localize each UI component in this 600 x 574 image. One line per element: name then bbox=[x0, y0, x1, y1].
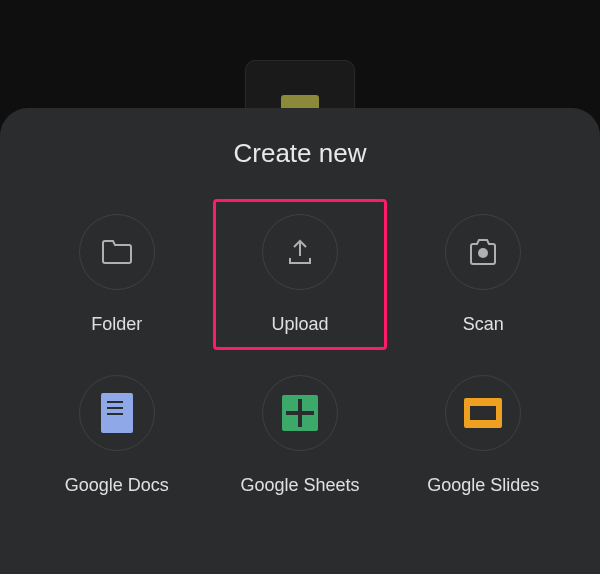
scan-label: Scan bbox=[463, 314, 504, 335]
google-slides-icon bbox=[464, 398, 502, 428]
upload-label: Upload bbox=[271, 314, 328, 335]
sheet-title: Create new bbox=[20, 138, 580, 169]
sheets-icon-circle bbox=[262, 375, 338, 451]
google-docs-option[interactable]: Google Docs bbox=[30, 360, 203, 511]
folder-label: Folder bbox=[91, 314, 142, 335]
options-grid: Folder Upload Scan bbox=[20, 199, 580, 511]
svg-point-0 bbox=[478, 248, 488, 258]
upload-icon-circle bbox=[262, 214, 338, 290]
google-slides-option[interactable]: Google Slides bbox=[397, 360, 570, 511]
upload-icon bbox=[286, 238, 314, 266]
docs-label: Google Docs bbox=[65, 475, 169, 496]
slides-label: Google Slides bbox=[427, 475, 539, 496]
google-sheets-icon bbox=[282, 395, 318, 431]
scan-option[interactable]: Scan bbox=[397, 199, 570, 350]
folder-icon bbox=[101, 239, 133, 265]
folder-icon-circle bbox=[79, 214, 155, 290]
google-docs-icon bbox=[101, 393, 133, 433]
docs-icon-circle bbox=[79, 375, 155, 451]
camera-icon bbox=[467, 238, 499, 266]
upload-option[interactable]: Upload bbox=[213, 199, 386, 350]
google-sheets-option[interactable]: Google Sheets bbox=[213, 360, 386, 511]
slides-icon-circle bbox=[445, 375, 521, 451]
folder-option[interactable]: Folder bbox=[30, 199, 203, 350]
scan-icon-circle bbox=[445, 214, 521, 290]
sheets-label: Google Sheets bbox=[240, 475, 359, 496]
create-new-sheet: Create new Folder Upload bbox=[0, 108, 600, 574]
